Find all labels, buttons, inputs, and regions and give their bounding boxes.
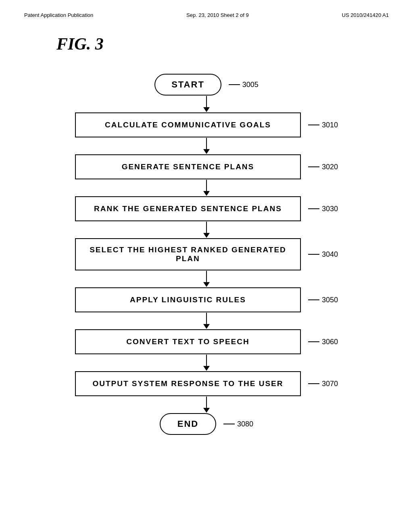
- ref-3020: 3020: [308, 163, 338, 171]
- node-row-3040: SELECT THE HIGHEST RANKED GENERATED PLAN…: [24, 238, 389, 270]
- arrow-3: [24, 179, 389, 196]
- ref-3005: 3005: [229, 81, 259, 89]
- ref-3070: 3070: [308, 380, 338, 388]
- ref-3040: 3040: [308, 250, 338, 259]
- figure-title: FIG. 3: [56, 34, 389, 54]
- header-left: Patent Application Publication: [24, 12, 93, 18]
- node-row-3020: GENERATE SENTENCE PLANS 3020: [24, 154, 389, 179]
- flowchart: START 3005 CALCULATE COMMUNICATIVE GOALS…: [24, 74, 389, 435]
- box-3030: RANK THE GENERATED SENTENCE PLANS: [75, 196, 301, 221]
- box-3050: APPLY LINGUISTIC RULES: [75, 287, 301, 312]
- box-3070: OUTPUT SYSTEM RESPONSE TO THE USER: [75, 371, 301, 396]
- node-row-start: START 3005: [24, 74, 389, 96]
- node-row-3060: CONVERT TEXT TO SPEECH 3060: [24, 329, 389, 354]
- header-center: Sep. 23, 2010 Sheet 2 of 9: [186, 12, 249, 18]
- arrow-4: [24, 221, 389, 238]
- ref-3060: 3060: [308, 338, 338, 346]
- box-3060: CONVERT TEXT TO SPEECH: [75, 329, 301, 354]
- node-row-3070: OUTPUT SYSTEM RESPONSE TO THE USER 3070: [24, 371, 389, 396]
- box-3040: SELECT THE HIGHEST RANKED GENERATED PLAN: [75, 238, 301, 270]
- arrow-2: [24, 137, 389, 154]
- page-header: Patent Application Publication Sep. 23, …: [24, 12, 389, 18]
- ref-3010: 3010: [308, 121, 338, 129]
- arrow-6: [24, 312, 389, 329]
- start-node: START: [154, 74, 221, 96]
- box-3020: GENERATE SENTENCE PLANS: [75, 154, 301, 179]
- end-node: END: [160, 413, 216, 435]
- header-right: US 2010/241420 A1: [342, 12, 389, 18]
- ref-3050: 3050: [308, 296, 338, 304]
- box-3010: CALCULATE COMMUNICATIVE GOALS: [75, 112, 301, 137]
- arrow-7: [24, 354, 389, 371]
- page: Patent Application Publication Sep. 23, …: [0, 0, 413, 532]
- ref-3080: 3080: [223, 420, 253, 428]
- arrow-8: [24, 396, 389, 413]
- node-row-3010: CALCULATE COMMUNICATIVE GOALS 3010: [24, 112, 389, 137]
- ref-3030: 3030: [308, 205, 338, 213]
- arrow-5: [24, 270, 389, 287]
- arrow-1: [24, 96, 389, 112]
- node-row-3050: APPLY LINGUISTIC RULES 3050: [24, 287, 389, 312]
- node-row-3030: RANK THE GENERATED SENTENCE PLANS 3030: [24, 196, 389, 221]
- node-row-end: END 3080: [24, 413, 389, 435]
